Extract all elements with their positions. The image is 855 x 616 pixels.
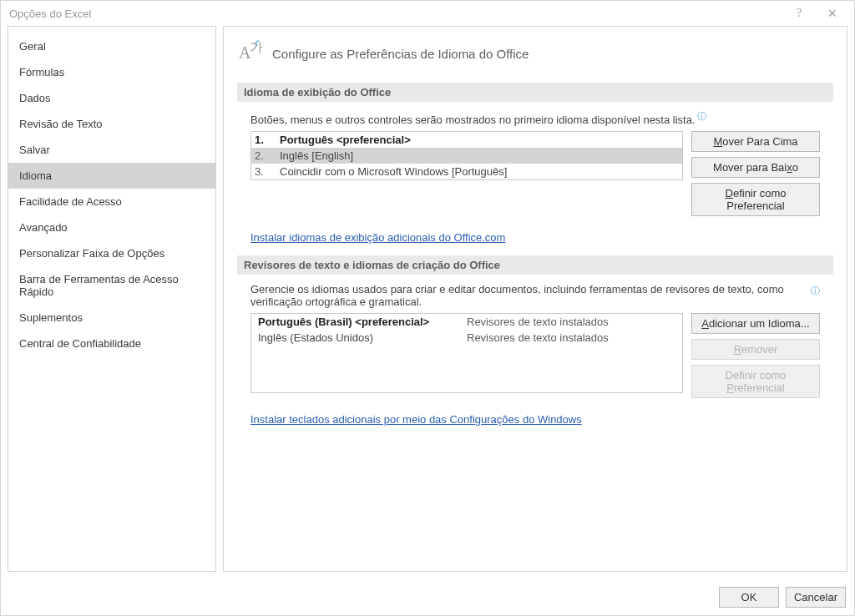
list-item-number: 1. [255,134,268,146]
list-item-number: 2. [255,149,268,162]
sidebar-item-label: Revisão de Texto [19,118,103,130]
display-language-item[interactable]: 2. Inglês [English] [251,148,682,164]
proofing-language-list[interactable]: Português (Brasil) <preferencial> Reviso… [250,313,683,393]
info-icon[interactable]: ⓘ [697,111,706,121]
list-item-number: 3. [255,165,268,178]
sidebar-item-barra-ferramentas[interactable]: Barra de Ferramentas de Acesso Rápido [8,266,215,305]
proofing-language-status: Revisores de texto instalados [467,331,675,344]
sidebar-item-dados[interactable]: Dados [8,85,215,111]
sidebar-item-formulas[interactable]: Fórmulas [8,59,215,85]
content-panel: A 가 Configure as Preferências de Idioma … [223,26,847,572]
sidebar-item-idioma[interactable]: Idioma [8,163,215,189]
dialog-footer: OK Cancelar [1,578,854,615]
display-button-column: Mover Para Cima Mover para Baixo Definir… [691,131,820,216]
list-item-label: Coincidir com o Microsoft Windows [Portu… [280,165,507,178]
sidebar-item-salvar[interactable]: Salvar [8,137,215,163]
section-title-proofing: Revisores de texto e idiomas de criação … [237,255,833,275]
excel-options-window: Opções do Excel ? ✕ Geral Fórmulas Dados… [0,0,855,616]
sidebar-item-revisao-de-texto[interactable]: Revisão de Texto [8,111,215,137]
proofing-language-name: Português (Brasil) <preferencial> [258,316,467,328]
language-icon: A 가 [237,40,262,68]
display-language-list[interactable]: 1. Português <preferencial> 2. Inglês [E… [250,131,683,180]
set-preferred-proofing-button: Definir como Preferencial [691,365,820,398]
close-button[interactable]: ✕ [816,1,849,26]
info-icon[interactable]: ⓘ [811,285,820,297]
panel-title: Configure as Preferências de Idioma do O… [272,47,529,61]
proofing-language-item[interactable]: Português (Brasil) <preferencial> Reviso… [251,314,682,330]
sidebar-item-suplementos[interactable]: Suplementos [8,305,215,331]
sidebar-item-label: Dados [19,92,51,104]
move-up-button[interactable]: Mover Para Cima [691,131,820,152]
remove-language-button: Remover [691,339,820,360]
add-language-button[interactable]: Adicionar um Idioma... [691,313,820,334]
sidebar-item-facilidade-de-acesso[interactable]: Facilidade de Acesso [8,189,215,215]
proofing-language-status: Revisores de texto instalados [467,316,675,328]
sidebar-item-label: Avançado [19,221,68,234]
sidebar-item-personalizar-faixa[interactable]: Personalizar Faixa de Opções [8,240,215,266]
sidebar-item-label: Fórmulas [19,66,64,78]
titlebar: Opções do Excel ? ✕ [1,1,854,26]
sidebar-item-label: Central de Confiabilidade [19,337,141,350]
move-down-button[interactable]: Mover para Baixo [691,157,820,178]
display-description: Botões, menus e outros controles serão m… [250,110,820,126]
install-keyboards-link[interactable]: Instalar teclados adicionais por meio da… [250,413,582,426]
proofing-language-name: Inglês (Estados Unidos) [258,331,467,344]
sidebar-item-label: Salvar [19,144,50,156]
proofing-button-column: Adicionar um Idioma... Remover Definir c… [691,313,820,398]
proofing-description: Gerencie os idiomas usados para criar e … [250,283,802,308]
sidebar-item-label: Suplementos [19,311,83,324]
help-button[interactable]: ? [782,1,816,26]
sidebar-item-label: Geral [19,40,46,53]
panel-heading: A 가 Configure as Preferências de Idioma … [237,40,833,68]
sidebar-item-geral[interactable]: Geral [8,33,215,59]
display-language-item[interactable]: 3. Coincidir com o Microsoft Windows [Po… [251,164,682,179]
sidebar-item-avancado[interactable]: Avançado [8,215,215,240]
sidebar-item-label: Personalizar Faixa de Opções [19,247,164,260]
sidebar-item-central-confiabilidade[interactable]: Central de Confiabilidade [8,331,215,356]
section-title-display: Idioma de exibição do Office [237,83,833,102]
options-sidebar: Geral Fórmulas Dados Revisão de Texto Sa… [8,26,216,572]
ok-button[interactable]: OK [719,587,779,608]
install-display-languages-link[interactable]: Instalar idiomas de exibição adicionais … [250,231,505,244]
display-language-item[interactable]: 1. Português <preferencial> [251,132,682,148]
sidebar-item-label: Facilidade de Acesso [19,195,122,208]
sidebar-item-label: Barra de Ferramentas de Acesso Rápido [19,273,179,298]
window-title: Opções do Excel [9,8,782,20]
proofing-language-item[interactable]: Inglês (Estados Unidos) Revisores de tex… [251,330,682,346]
set-preferred-display-button[interactable]: Definir como Preferencial [691,183,820,216]
list-item-label: Português <preferencial> [280,134,411,146]
sidebar-item-label: Idioma [19,169,52,182]
list-item-label: Inglês [English] [280,149,353,162]
cancel-button[interactable]: Cancelar [786,587,846,608]
